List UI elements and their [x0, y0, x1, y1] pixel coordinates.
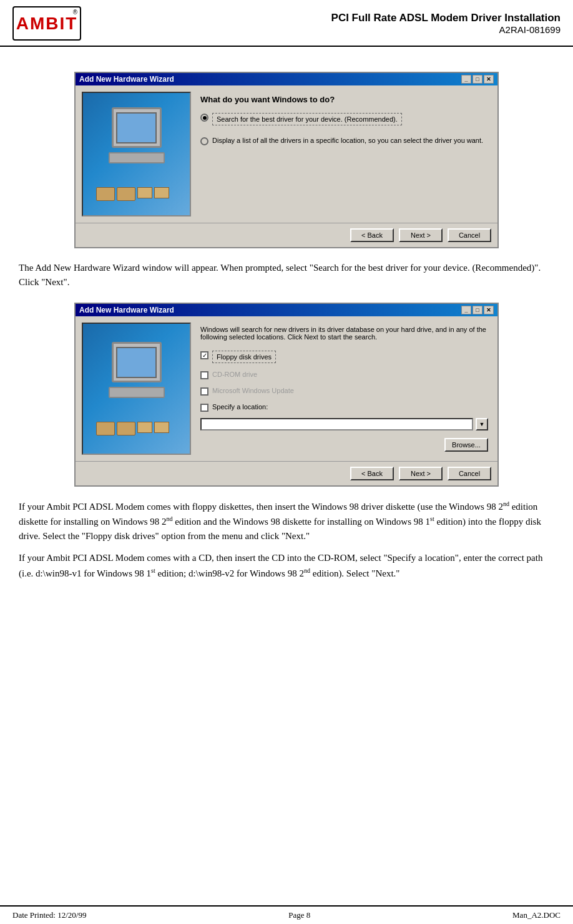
- wizard2-title: Add New Hardware Wizard: [79, 306, 174, 314]
- wizard1-illustration: [82, 92, 191, 216]
- wizard2-illustration: [82, 323, 191, 455]
- disk7: [137, 422, 152, 433]
- disk4: [154, 187, 169, 198]
- wizard1-footer: < Back Next > Cancel: [76, 223, 497, 247]
- header-title-block: PCI Full Rate ADSL Modem Driver Installa…: [331, 12, 561, 35]
- ambit-logo: ® AMBIT: [12, 6, 81, 41]
- wizard2-right-panel: Windows will search for new drivers in i…: [197, 323, 491, 455]
- location-row: ▼: [200, 418, 488, 430]
- wizard2-back-button[interactable]: < Back: [350, 467, 394, 480]
- paragraph3: If your Ambit PCI ADSL Modem comes with …: [19, 551, 554, 581]
- wizard2-floppy-option: Floppy disk drives: [200, 351, 488, 363]
- wizard1-radio1[interactable]: [200, 114, 208, 122]
- floppy-checkbox[interactable]: [200, 351, 208, 359]
- wizard1-body: What do you want Windows to do? Search f…: [76, 85, 497, 223]
- wizard1-cancel-button[interactable]: Cancel: [448, 228, 491, 242]
- disks-area2: [96, 422, 177, 435]
- minimize-button2[interactable]: _: [461, 306, 471, 314]
- browse-row: Browse...: [200, 438, 488, 452]
- wizard1-question: What do you want Windows to do?: [200, 95, 488, 104]
- page-header: ® AMBIT PCI Full Rate ADSL Modem Driver …: [0, 0, 573, 47]
- paragraph2: If your Ambit PCI ADSL Modem comes with …: [19, 499, 554, 544]
- wizard2-description: Windows will search for new drivers in i…: [200, 326, 488, 341]
- browse-button[interactable]: Browse...: [444, 438, 488, 452]
- disk3: [137, 187, 152, 198]
- page-footer: Date Printed: 12/20/99 Page 8 Man_A2.DOC: [0, 905, 573, 924]
- keyboard-shape2: [109, 387, 165, 398]
- logo-text: AMBIT: [16, 14, 78, 34]
- location-input[interactable]: [200, 418, 473, 430]
- monitor-shape: [112, 107, 162, 148]
- monitor-shape2: [112, 342, 162, 382]
- wizard2-titlebar: Add New Hardware Wizard _ □ ✕: [76, 304, 497, 316]
- wizard2-cdrom-option: CD-ROM drive: [200, 371, 488, 379]
- wizard1-title: Add New Hardware Wizard: [79, 75, 174, 84]
- close-button2[interactable]: ✕: [484, 306, 494, 314]
- wizard2-title-buttons: _ □ ✕: [461, 306, 494, 314]
- specify-label: Specify a location:: [212, 403, 268, 411]
- paragraph1: The Add New Hardware Wizard window will …: [19, 261, 554, 290]
- wizard1-option1-label[interactable]: Search for the best driver for your devi…: [212, 113, 402, 125]
- wizard1-next-button[interactable]: Next >: [399, 228, 443, 242]
- registered-mark: ®: [73, 9, 77, 16]
- disks-area: [96, 187, 177, 201]
- footer-page: Page 8: [288, 910, 310, 920]
- disk5: [96, 422, 115, 435]
- logo-area: ® AMBIT: [12, 6, 81, 41]
- keyboard-shape: [109, 152, 165, 163]
- computer-illustration2: [93, 336, 180, 442]
- winupdate-checkbox[interactable]: [200, 387, 208, 396]
- disk2: [117, 187, 135, 201]
- wizard2-footer: < Back Next > Cancel: [76, 461, 497, 485]
- wizard2-cancel-button[interactable]: Cancel: [448, 467, 491, 480]
- maximize-button2[interactable]: □: [473, 306, 482, 314]
- main-content: Add New Hardware Wizard _ □ ✕: [0, 47, 573, 601]
- floppy-label[interactable]: Floppy disk drives: [212, 351, 276, 363]
- wizard2-specify-option: Specify a location:: [200, 403, 488, 412]
- wizard1-title-buttons: _ □ ✕: [461, 75, 494, 84]
- wizard1-back-button[interactable]: < Back: [350, 228, 394, 242]
- wizard2-winupdate-option: Microsoft Windows Update: [200, 387, 488, 396]
- doc-title: PCI Full Rate ADSL Modem Driver Installa…: [331, 12, 561, 24]
- wizard1-option1: Search for the best driver for your devi…: [200, 113, 488, 125]
- monitor-screen2: [116, 347, 157, 378]
- cdrom-label: CD-ROM drive: [212, 371, 257, 378]
- disk8: [154, 422, 169, 433]
- wizard2-screenshot: Add New Hardware Wizard _ □ ✕: [74, 303, 499, 487]
- wizard1-radio2[interactable]: [200, 137, 208, 145]
- wizard2-next-button[interactable]: Next >: [399, 467, 443, 480]
- disk6: [117, 422, 135, 435]
- wizard1-screenshot: Add New Hardware Wizard _ □ ✕: [74, 72, 499, 248]
- footer-doc: Man_A2.DOC: [512, 910, 561, 920]
- disk1: [96, 187, 115, 201]
- footer-date: Date Printed: 12/20/99: [12, 910, 86, 920]
- cdrom-checkbox[interactable]: [200, 371, 208, 379]
- maximize-button[interactable]: □: [473, 75, 482, 84]
- computer-illustration: [93, 101, 180, 207]
- wizard2-body: Windows will search for new drivers in i…: [76, 316, 497, 461]
- close-button[interactable]: ✕: [484, 75, 494, 84]
- wizard1-option2: Display a list of all the drivers in a s…: [200, 137, 488, 145]
- doc-subtitle: A2RAI-081699: [331, 24, 561, 35]
- monitor-screen: [116, 112, 157, 143]
- winupdate-label: Microsoft Windows Update: [212, 387, 294, 394]
- minimize-button[interactable]: _: [461, 75, 471, 84]
- wizard1-option2-label: Display a list of all the drivers in a s…: [212, 137, 483, 144]
- specify-checkbox[interactable]: [200, 404, 208, 412]
- location-dropdown-button[interactable]: ▼: [476, 418, 488, 430]
- wizard1-right-panel: What do you want Windows to do? Search f…: [197, 92, 491, 216]
- wizard1-titlebar: Add New Hardware Wizard _ □ ✕: [76, 73, 497, 85]
